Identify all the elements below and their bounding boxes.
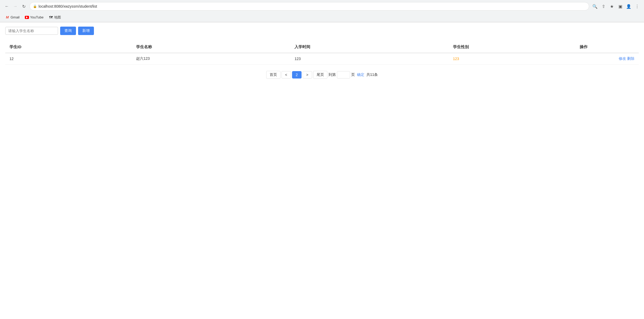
maps-icon: 🗺 — [49, 15, 53, 19]
table-header-row: 学生ID 学生名称 入学时间 学生性别 操作 — [5, 41, 639, 53]
menu-button[interactable]: ⋮ — [633, 3, 641, 10]
cell-time-0: 123 — [290, 53, 449, 65]
search-input[interactable] — [5, 27, 58, 35]
col-header-time: 入学时间 — [290, 41, 449, 53]
pagination: 首页 < 2 > 尾页 到第 页 确定 共11条 — [5, 71, 639, 79]
col-header-gender: 学生性别 — [449, 41, 575, 53]
browser-chrome: ← → ↻ 🔒 localhost:8080/xwzyssm/student/l… — [0, 0, 644, 22]
cell-action-0: 修改 删除 — [575, 53, 639, 65]
page-total: 共11条 — [366, 72, 378, 77]
security-icon: 🔒 — [33, 4, 37, 8]
data-table: 学生ID 学生名称 入学时间 学生性别 操作 12 赵六123 123 123 … — [5, 41, 639, 65]
current-page-button[interactable]: 2 — [292, 71, 302, 78]
address-bar[interactable]: 🔒 localhost:8080/xwzyssm/student/list — [30, 2, 589, 11]
last-page-button[interactable]: 尾页 — [313, 71, 327, 79]
next-page-button[interactable]: > — [303, 71, 312, 78]
col-header-action: 操作 — [575, 41, 639, 53]
browser-toolbar: ← → ↻ 🔒 localhost:8080/xwzyssm/student/l… — [0, 0, 644, 13]
add-button[interactable]: 新增 — [78, 27, 94, 35]
bookmark-gmail[interactable]: M Gmail — [3, 15, 22, 20]
search-area: 查询 新增 — [5, 27, 639, 35]
bookmark-maps-label: 地图 — [54, 15, 61, 20]
table-row: 12 赵六123 123 123 修改 删除 — [5, 53, 639, 65]
cell-gender-0: 123 — [449, 53, 575, 65]
page-suffix: 页 — [351, 72, 355, 77]
back-button[interactable]: ← — [3, 3, 11, 10]
goto-label: 到第 — [328, 72, 336, 77]
reload-button[interactable]: ↻ — [20, 3, 27, 10]
url-text: localhost:8080/xwzyssm/student/list — [39, 4, 586, 8]
share-button[interactable]: ⇧ — [600, 3, 607, 10]
page-goto-input[interactable] — [337, 71, 350, 78]
bookmarks-bar: M Gmail YouTube 🗺 地图 — [0, 13, 644, 22]
page-confirm-button[interactable]: 确定 — [356, 72, 365, 77]
edit-link-0[interactable]: 修改 — [619, 56, 626, 61]
col-header-id: 学生ID — [5, 41, 132, 53]
prev-page-button[interactable]: < — [282, 71, 291, 78]
page-content: 查询 新增 学生ID 学生名称 入学时间 学生性别 操作 12 赵六123 12… — [0, 22, 644, 83]
cell-id-0: 12 — [5, 53, 132, 65]
bookmark-button[interactable]: ★ — [608, 3, 616, 10]
delete-link-0[interactable]: 删除 — [627, 56, 635, 61]
col-header-name: 学生名称 — [132, 41, 290, 53]
first-page-button[interactable]: 首页 — [266, 71, 280, 79]
youtube-icon — [25, 15, 29, 19]
bookmark-maps[interactable]: 🗺 地图 — [47, 14, 63, 20]
bookmark-gmail-label: Gmail — [11, 15, 20, 19]
query-button[interactable]: 查询 — [60, 27, 76, 35]
bookmark-youtube[interactable]: YouTube — [23, 15, 46, 20]
toolbar-actions: 🔍 ⇧ ★ ▣ 👤 ⋮ — [591, 3, 641, 10]
nav-buttons: ← → ↻ — [3, 3, 27, 10]
split-view-button[interactable]: ▣ — [617, 3, 624, 10]
cell-name-0: 赵六123 — [132, 53, 290, 65]
gmail-icon: M — [5, 15, 9, 19]
bookmark-youtube-label: YouTube — [30, 15, 44, 19]
profile-button[interactable]: 👤 — [625, 3, 632, 10]
search-button[interactable]: 🔍 — [591, 3, 599, 10]
forward-button[interactable]: → — [12, 3, 19, 10]
